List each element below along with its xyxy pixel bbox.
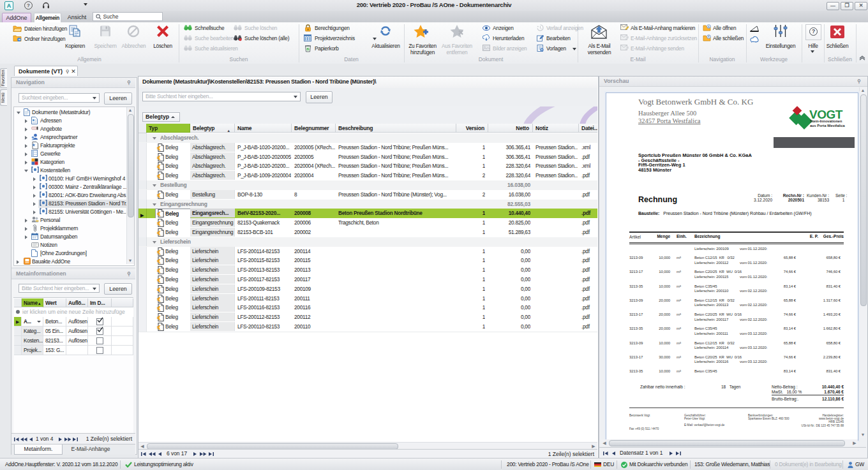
svg-text:aus Porta Westfalica: aus Porta Westfalica xyxy=(810,124,846,128)
svg-text:Stein-Innovationen: Stein-Innovationen xyxy=(810,119,842,123)
